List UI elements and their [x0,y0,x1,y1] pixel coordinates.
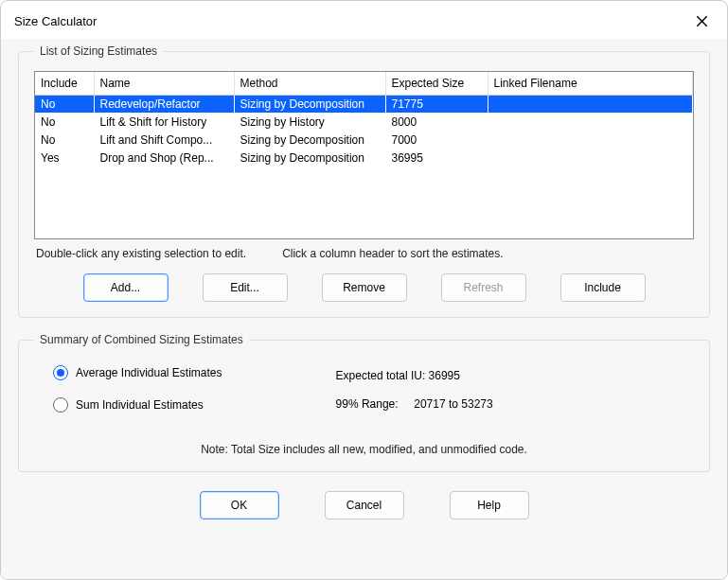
refresh-button[interactable]: Refresh [441,273,526,302]
dialog-title: Size Calculator [14,14,97,28]
radio-average-label: Average Individual Estimates [76,366,222,379]
table-row[interactable]: No Lift & Shift for History Sizing by Hi… [35,113,693,131]
cell-name: Lift and Shift Compo... [94,131,234,149]
col-header-name[interactable]: Name [94,72,234,95]
help-button[interactable]: Help [450,491,529,519]
cell-include: No [35,95,94,113]
cell-file [488,113,693,131]
close-button[interactable] [689,9,714,33]
radio-icon [53,365,68,380]
cell-method: Sizing by History [234,113,385,131]
sizing-list-legend: List of Sizing Estimates [34,44,163,58]
sizing-table-wrap: Include Name Method Expected Size Linked… [34,71,694,239]
cell-size: 7000 [385,131,488,149]
dialog-button-row: OK Cancel Help [18,491,710,519]
range-row: 99% Range: 20717 to 53273 [336,397,493,411]
cell-method: Sizing by Decomposition [234,131,385,149]
edit-button[interactable]: Edit... [203,273,288,302]
radio-sum[interactable]: Sum Individual Estimates [53,397,222,413]
cell-method: Sizing by Decomposition [234,95,385,113]
hint-edit: Double-click any existing selection to e… [36,247,246,260]
cell-file [488,131,693,149]
list-button-row: Add... Edit... Remove Refresh Include [34,273,694,302]
cell-include: Yes [35,149,94,167]
radio-icon [53,397,68,413]
col-header-expected-size[interactable]: Expected Size [385,72,488,95]
client-area: List of Sizing Estimates Include Name Me… [1,39,727,579]
close-icon [696,15,708,27]
table-row[interactable] [35,220,693,238]
cell-size: 36995 [385,149,488,167]
include-button[interactable]: Include [560,273,646,302]
hint-row: Double-click any existing selection to e… [36,247,692,260]
dialog-window: Size Calculator List of Sizing Estimates… [0,0,728,580]
summary-group: Summary of Combined Sizing Estimates Ave… [18,333,710,472]
cell-name: Redevelop/Refactor [94,95,234,113]
cell-name: Lift & Shift for History [94,113,234,131]
titlebar: Size Calculator [1,1,727,39]
remove-button[interactable]: Remove [322,273,407,302]
table-row[interactable]: No Lift and Shift Compo... Sizing by Dec… [35,131,693,149]
table-row[interactable] [35,167,693,185]
cell-include: No [35,113,94,131]
ok-button[interactable]: OK [200,491,279,519]
summary-legend: Summary of Combined Sizing Estimates [34,333,249,346]
cell-size: 8000 [385,113,488,131]
cell-file [488,95,693,113]
table-row[interactable] [35,202,693,220]
hint-sort: Click a column header to sort the estima… [282,247,503,260]
cell-size: 71775 [385,95,488,113]
col-header-include[interactable]: Include [35,72,94,95]
table-row[interactable]: Yes Drop and Shop (Rep... Sizing by Deco… [35,149,693,167]
radio-average[interactable]: Average Individual Estimates [53,365,222,380]
col-header-linked-filename[interactable]: Linked Filename [488,72,693,95]
cell-include: No [35,131,94,149]
sizing-table[interactable]: Include Name Method Expected Size Linked… [35,72,693,238]
add-button[interactable]: Add... [83,273,169,302]
range-value: 20717 to 53273 [414,397,492,411]
summary-note: Note: Total Size includes all new, modif… [34,443,694,456]
col-header-method[interactable]: Method [234,72,385,95]
table-row[interactable]: No Redevelop/Refactor Sizing by Decompos… [35,95,693,113]
expected-total: Expected total IU: 36995 [336,369,493,382]
cancel-button[interactable]: Cancel [325,491,404,519]
cell-name: Drop and Shop (Rep... [94,149,234,167]
range-label: 99% Range: [336,397,399,411]
radio-sum-label: Sum Individual Estimates [76,398,204,412]
sizing-list-group: List of Sizing Estimates Include Name Me… [18,44,710,318]
cell-file [488,149,693,167]
cell-method: Sizing by Decomposition [234,149,385,167]
table-row[interactable] [35,185,693,202]
